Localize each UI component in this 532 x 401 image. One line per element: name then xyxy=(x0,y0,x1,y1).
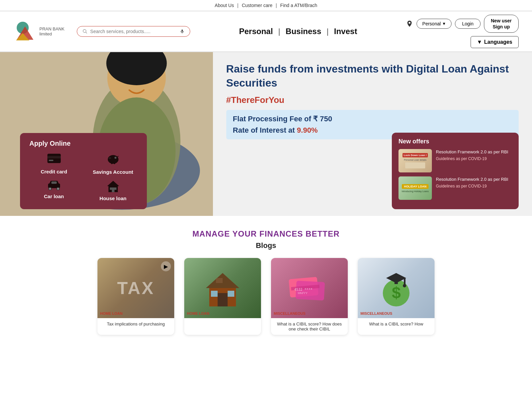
svg-rect-18 xyxy=(47,156,61,158)
blog-category-1: HOME LOAN xyxy=(100,311,122,315)
nav-business[interactable]: Business xyxy=(286,27,321,36)
svg-rect-19 xyxy=(49,160,53,161)
offer-text-2: Resolution Framework 2.0 as per RBI Guid… xyxy=(436,176,508,188)
languages-button[interactable]: ▼ Languages xyxy=(471,36,519,48)
svg-rect-33 xyxy=(51,181,57,184)
apply-savings-account[interactable]: Savings Account xyxy=(88,153,138,175)
blog-text-1: Tax implications of purchasing xyxy=(97,318,174,330)
dollar-graduation-illustration: $ xyxy=(374,266,418,310)
hero-hashtag: #ThereForYou xyxy=(226,95,519,105)
blog-category-2: HOME LOAN xyxy=(187,311,209,315)
location-icon[interactable] xyxy=(406,20,413,27)
blog-card-3[interactable]: 4532 **** MM/YY MISCELLANEOUS What is a … xyxy=(271,258,348,335)
logo-area[interactable]: PRAN BANK limited xyxy=(13,20,67,43)
login-button[interactable]: Login xyxy=(455,19,480,29)
blog-text-2 xyxy=(184,318,261,325)
apply-credit-card[interactable]: Credit card xyxy=(29,153,78,175)
blog-img-2: HOME LOAN xyxy=(184,258,261,318)
blog-card-4[interactable]: $ MISCELLANEOUS What is a CIBIL score? H… xyxy=(358,258,435,335)
svg-point-20 xyxy=(108,155,118,164)
main-nav: Personal | Business | Invest xyxy=(194,27,403,36)
svg-rect-44 xyxy=(216,278,223,283)
apply-grid: Credit card Savings Account xyxy=(29,153,138,201)
personal-label: Personal xyxy=(422,21,441,26)
offer-primary-2: Resolution Framework 2.0 as per RBI xyxy=(436,176,508,182)
about-us-link[interactable]: About Us xyxy=(215,3,234,8)
svg-rect-37 xyxy=(110,187,112,190)
offer-thumb-1: Lock Down Loan ! Personal Loan details xyxy=(398,149,432,172)
atm-finder-link[interactable]: Find a ATM/Brach xyxy=(280,3,317,8)
separator-1: | xyxy=(237,3,240,8)
header: PRAN BANK limited Personal | Business | … xyxy=(0,11,532,52)
brand-name: PRAN BANK xyxy=(39,26,64,32)
svg-rect-5 xyxy=(182,30,183,32)
header-right-top: Personal ▼ Login New user Sign up xyxy=(406,15,519,33)
offer-item-2[interactable]: HOLIDAY LOAN Introducing Holiday Loans R… xyxy=(398,176,512,200)
blog-text-4: What is a CIBIL score? How xyxy=(358,318,435,330)
svg-rect-24 xyxy=(114,163,115,164)
blog-img-3: 4532 **** MM/YY MISCELLANEOUS xyxy=(271,258,348,318)
dropdown-arrow: ▼ xyxy=(442,21,446,26)
blog-card-2[interactable]: HOME LOAN xyxy=(184,258,261,335)
hero-promo-line1: Flat Processing Fee of ₹ 750 xyxy=(233,115,512,123)
apply-label-house-loan: House loan xyxy=(99,195,126,201)
svg-rect-36 xyxy=(112,187,114,192)
apply-label-credit-card: Credit card xyxy=(41,169,67,174)
blog-img-1: TAX ▶ HOME LOAN xyxy=(97,258,174,318)
apply-label-car-loan: Car loan xyxy=(44,193,64,199)
apply-online-panel: Apply Online Credit card xyxy=(20,133,147,209)
nav-sep-1: | xyxy=(278,27,280,36)
svg-rect-42 xyxy=(211,291,218,297)
credit-card-icon xyxy=(47,153,61,167)
svg-point-30 xyxy=(49,188,51,190)
apply-online-title: Apply Online xyxy=(29,140,138,147)
svg-text:4532 ****: 4532 **** xyxy=(294,288,312,291)
blog-img-4: $ MISCELLANEOUS xyxy=(358,258,435,318)
mic-icon[interactable] xyxy=(180,29,185,34)
search-icon xyxy=(82,28,87,34)
manage-title: MANAGE YOUR FINANCES BETTER xyxy=(20,229,512,239)
personal-dropdown[interactable]: Personal ▼ xyxy=(417,19,452,29)
manage-section: MANAGE YOUR FINANCES BETTER Blogs TAX ▶ … xyxy=(0,216,532,342)
nav-personal[interactable]: Personal xyxy=(239,27,273,36)
svg-marker-34 xyxy=(107,181,119,186)
blog-card-1[interactable]: TAX ▶ HOME LOAN Tax implications of purc… xyxy=(97,258,174,335)
dropdown-arrow-lang: ▼ xyxy=(477,39,482,45)
blog-cards: TAX ▶ HOME LOAN Tax implications of purc… xyxy=(20,258,512,335)
promo-text-1: Flat Processing Fee of ₹ 750 xyxy=(233,115,332,123)
logo-icon xyxy=(13,20,37,43)
blog-category-3: MISCELLANEOUS xyxy=(274,311,305,315)
nav-sep-2: | xyxy=(327,27,329,36)
svg-text:MM/YY: MM/YY xyxy=(298,291,308,295)
rate-text: 9.90% xyxy=(297,126,318,134)
house-illustration xyxy=(203,268,243,308)
svg-point-3 xyxy=(83,29,86,32)
new-offers-panel: New offers Lock Down Loan ! Personal Loa… xyxy=(392,133,519,209)
blogs-title: Blogs xyxy=(20,241,512,250)
offer-item-1[interactable]: Lock Down Loan ! Personal Loan details R… xyxy=(398,149,512,172)
svg-point-32 xyxy=(57,188,59,190)
logo-text: PRAN BANK limited xyxy=(39,26,64,37)
nav-invest[interactable]: Invest xyxy=(334,27,357,36)
offer-thumb-2: HOLIDAY LOAN Introducing Holiday Loans xyxy=(398,176,432,200)
apply-label-savings: Savings Account xyxy=(93,169,133,175)
apply-car-loan[interactable]: Car loan xyxy=(29,180,78,201)
offer-primary-1: Resolution Framework 2.0 as per RBI xyxy=(436,149,508,155)
svg-point-22 xyxy=(114,157,116,159)
languages-label: Languages xyxy=(484,39,512,45)
svg-rect-43 xyxy=(228,291,234,297)
search-input[interactable] xyxy=(90,29,177,34)
search-bar xyxy=(77,26,190,37)
car-icon xyxy=(47,180,61,191)
svg-point-55 xyxy=(403,284,406,287)
apply-house-loan[interactable]: House loan xyxy=(88,180,138,201)
top-bar: About Us | Customer care | Find a ATM/Br… xyxy=(0,0,532,11)
blog-category-4: MISCELLANEOUS xyxy=(360,311,392,315)
blog-text-3: What is a CIBIL score? How does one chec… xyxy=(271,318,348,335)
new-user-button[interactable]: New user Sign up xyxy=(484,15,519,33)
brand-sub: limited xyxy=(39,31,64,37)
svg-text:$: $ xyxy=(392,284,401,301)
svg-point-25 xyxy=(108,157,111,159)
credit-card-illustration: 4532 **** MM/YY xyxy=(288,271,331,305)
customer-care-link[interactable]: Customer care xyxy=(242,3,272,8)
